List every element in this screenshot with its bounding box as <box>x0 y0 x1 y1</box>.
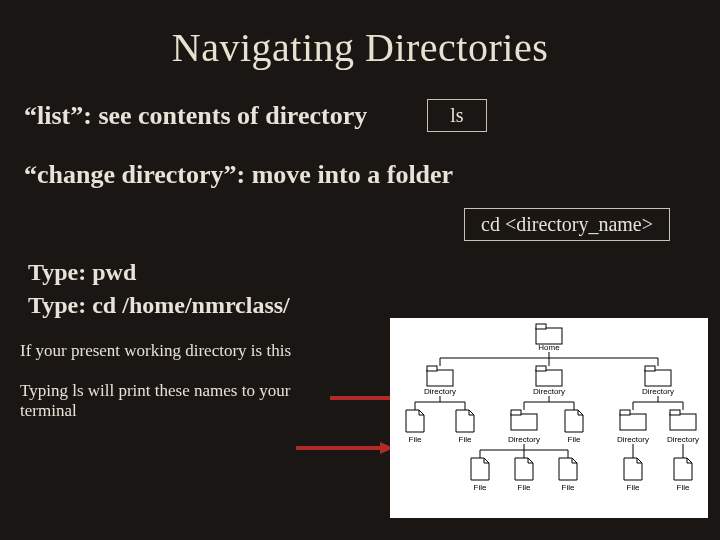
node-l1-2: Directory <box>642 387 674 396</box>
svg-rect-30 <box>670 410 680 415</box>
node-root: Home <box>538 343 560 352</box>
node-l3-2: File <box>562 483 575 492</box>
node-l1-0: Directory <box>424 387 456 396</box>
note-ls: Typing ls will print these names to your… <box>0 381 330 421</box>
node-l2-2: Directory <box>508 435 540 444</box>
svg-rect-11 <box>645 370 671 386</box>
node-l2-0: File <box>409 435 422 444</box>
node-l3-3: File <box>627 483 640 492</box>
type-cd: Type: cd /home/nmrclass/ <box>0 292 720 319</box>
svg-rect-29 <box>670 414 696 430</box>
ls-command-box: ls <box>427 99 486 132</box>
node-l2-1: File <box>459 435 472 444</box>
cd-command-box: cd <directory_name> <box>464 208 670 241</box>
node-l3-4: File <box>677 483 690 492</box>
svg-rect-12 <box>645 366 655 371</box>
node-l2-5: Directory <box>667 435 699 444</box>
svg-rect-25 <box>511 414 537 430</box>
list-label: “list”: see contents of directory <box>24 101 367 131</box>
svg-rect-1 <box>536 324 546 329</box>
type-pwd: Type: pwd <box>0 259 720 286</box>
list-row: “list”: see contents of directory ls <box>0 99 720 132</box>
note-pwd: If your present working directory is thi… <box>0 341 350 361</box>
node-l1-1: Directory <box>533 387 565 396</box>
node-l3-0: File <box>474 483 487 492</box>
cd-label: “change directory”: move into a folder <box>24 160 696 190</box>
slide-title: Navigating Directories <box>0 24 720 71</box>
cd-row: “change directory”: move into a folder <box>0 160 720 190</box>
directory-tree-diagram: Home Directory Directory Directory File … <box>390 318 708 518</box>
node-l2-3: File <box>568 435 581 444</box>
svg-rect-9 <box>536 370 562 386</box>
svg-rect-10 <box>536 366 546 371</box>
svg-rect-28 <box>620 410 630 415</box>
svg-rect-27 <box>620 414 646 430</box>
node-l2-4: Directory <box>617 435 649 444</box>
node-l3-1: File <box>518 483 531 492</box>
svg-rect-8 <box>427 366 437 371</box>
svg-rect-0 <box>536 328 562 344</box>
svg-rect-7 <box>427 370 453 386</box>
svg-rect-26 <box>511 410 521 415</box>
